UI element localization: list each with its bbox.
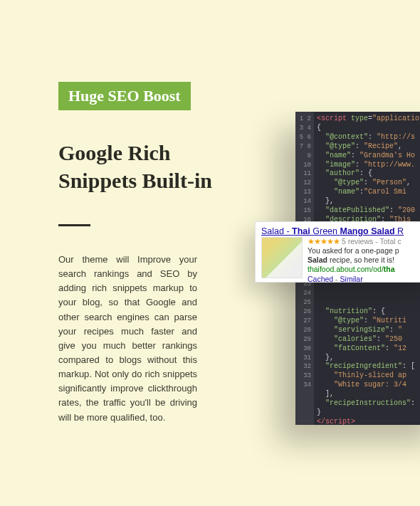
divider <box>58 224 90 226</box>
similar-link: Similar <box>340 275 363 283</box>
seo-badge: Huge SEO Boost <box>58 82 191 110</box>
body-copy: Our theme will Improve your search ranki… <box>58 253 197 425</box>
snippet-thumbnail <box>261 237 303 278</box>
cached-link: Cached <box>308 275 333 283</box>
snippet-title: Salad - Thai Green Mango Salad R <box>261 226 420 236</box>
star-icon: ★★★★★ <box>308 237 340 246</box>
google-snippet-card: Salad - Thai Green Mango Salad R ★★★★★ 5… <box>255 221 420 283</box>
headline: Google Rich Snippets Built-in <box>58 139 243 194</box>
snippet-text: ★★★★★ 5 reviews - Total c You asked for … <box>308 237 401 283</box>
